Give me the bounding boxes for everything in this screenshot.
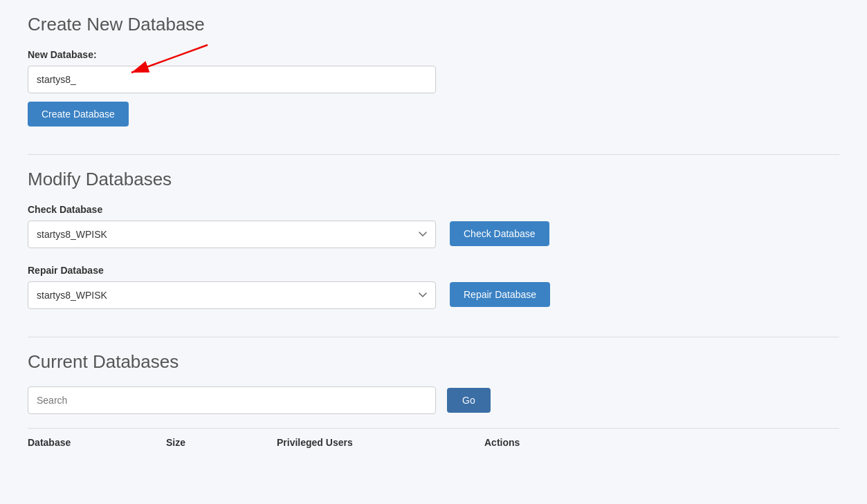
current-databases-section: Current Databases Go Database Size Privi… [28,351,839,456]
page-container: Create New Database New Database: Create… [0,0,867,504]
col-header-database: Database [28,437,166,448]
create-section-title: Create New Database [28,14,839,35]
check-database-field: Check Database startys8_WPISK [28,204,436,248]
table-header-row: Database Size Privileged Users Actions [28,428,839,456]
divider-1 [28,154,839,155]
col-header-actions: Actions [484,437,839,448]
check-database-button[interactable]: Check Database [450,221,549,246]
col-header-privileged-users: Privileged Users [277,437,484,448]
col-header-size: Size [166,437,277,448]
new-database-input[interactable] [28,66,436,93]
check-database-select[interactable]: startys8_WPISK [28,221,436,248]
repair-database-select[interactable]: startys8_WPISK [28,281,436,309]
divider-2 [28,337,839,337]
create-database-button[interactable]: Create Database [28,102,129,127]
repair-database-row: Repair Database startys8_WPISK Repair Da… [28,265,839,309]
search-row: Go [28,386,839,414]
check-database-label: Check Database [28,204,436,215]
search-input[interactable] [28,386,436,414]
go-button[interactable]: Go [447,388,491,413]
new-database-input-wrapper [28,66,436,93]
create-database-section: Create New Database New Database: Create… [28,14,839,127]
repair-database-field: Repair Database startys8_WPISK [28,265,436,309]
modify-databases-section: Modify Databases Check Database startys8… [28,169,839,309]
repair-database-button[interactable]: Repair Database [450,282,550,307]
current-section-title: Current Databases [28,351,839,373]
new-database-label: New Database: [28,49,839,60]
modify-section-title: Modify Databases [28,169,839,190]
check-database-row: Check Database startys8_WPISK Check Data… [28,204,839,248]
repair-database-label: Repair Database [28,265,436,276]
